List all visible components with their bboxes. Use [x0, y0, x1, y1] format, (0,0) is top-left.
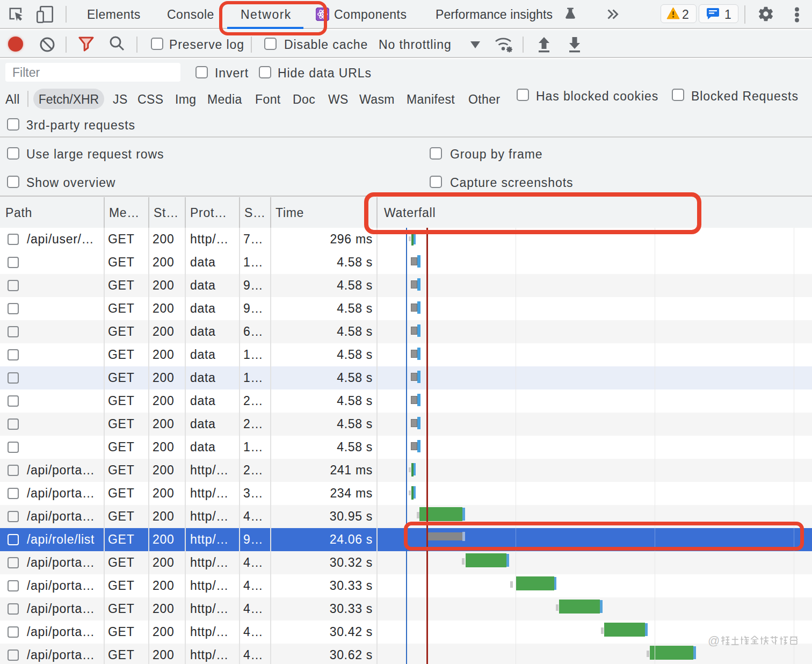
svg-text:@: @	[708, 634, 720, 647]
